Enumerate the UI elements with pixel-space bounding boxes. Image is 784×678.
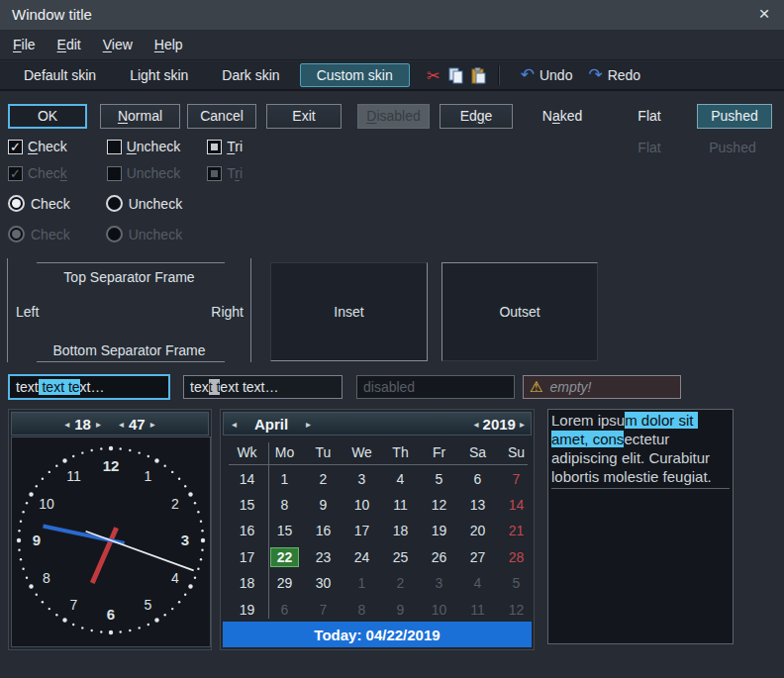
day-cell[interactable]: 4 xyxy=(397,471,405,487)
ok-button[interactable]: OK xyxy=(8,104,87,129)
day-cell[interactable]: 10 xyxy=(432,602,447,618)
checkbox-disabled-tri xyxy=(207,166,222,181)
day-cell[interactable]: 3 xyxy=(436,575,443,591)
text-input-empty[interactable]: ⚠empty! xyxy=(523,375,681,399)
radio-selected[interactable] xyxy=(8,195,25,212)
prev-year-icon[interactable]: ◂ xyxy=(470,419,483,430)
day-cell[interactable]: 30 xyxy=(316,575,332,591)
day-cell[interactable]: 12 xyxy=(432,497,447,513)
day-cell[interactable]: 7 xyxy=(513,471,521,487)
checkbox-tri-label[interactable]: Tri xyxy=(227,139,243,154)
day-cell[interactable]: 24 xyxy=(354,549,370,565)
pushed-button[interactable]: Pushed xyxy=(697,104,772,129)
undo-button[interactable]: ↶ Undo xyxy=(517,65,577,85)
day-cell[interactable]: 11 xyxy=(470,602,485,618)
day-cell[interactable]: 6 xyxy=(281,602,289,618)
text-input-focused[interactable]: text text text… xyxy=(8,374,170,400)
day-cell[interactable]: 7 xyxy=(320,602,328,618)
flat-button[interactable]: Flat xyxy=(628,104,671,129)
day-cell[interactable]: 14 xyxy=(509,497,525,513)
next-month-icon[interactable]: ▸ xyxy=(302,419,315,430)
toolbar-dark-skin[interactable]: Dark skin xyxy=(216,64,285,86)
cancel-button[interactable]: Cancel xyxy=(187,104,256,129)
day-cell[interactable]: 16 xyxy=(316,523,332,538)
checkbox-unchecked-label[interactable]: Uncheck xyxy=(127,139,180,154)
day-header: We xyxy=(351,441,372,463)
day-cell[interactable]: 9 xyxy=(320,497,328,513)
radio-disabled-selected-label: Check xyxy=(31,227,70,242)
toolbar-custom-skin[interactable]: Custom skin xyxy=(300,63,410,87)
menu-file[interactable]: File xyxy=(10,35,39,54)
selected-day-cell[interactable]: 22 xyxy=(270,547,300,567)
menu-edit[interactable]: Edit xyxy=(54,35,84,54)
multiline-textarea[interactable]: Lorem ipsum dolor sit amet, consectetura… xyxy=(547,409,734,644)
checkbox-checked-label[interactable]: Check xyxy=(28,139,67,154)
day-cell[interactable]: 25 xyxy=(393,549,409,565)
day-cell[interactable]: 15 xyxy=(277,523,293,538)
day-cell[interactable]: 28 xyxy=(509,549,525,565)
week-number: 17 xyxy=(240,549,255,565)
outset-label: Outset xyxy=(499,304,539,320)
day-cell[interactable]: 29 xyxy=(277,575,293,591)
radio-selected-label[interactable]: Check xyxy=(31,196,70,212)
text-selection-inactive: t t xyxy=(209,379,221,395)
spin-right-icon[interactable]: ▸ xyxy=(92,419,105,430)
day-cell[interactable]: 5 xyxy=(436,471,443,487)
edge-button[interactable]: Edge xyxy=(440,104,513,129)
spin-left-icon[interactable]: ◂ xyxy=(60,419,73,430)
day-cell[interactable]: 18 xyxy=(393,523,409,538)
pushed-disabled-button: Pushed xyxy=(693,136,772,160)
day-cell[interactable]: 2 xyxy=(397,575,405,591)
spin-left-icon[interactable]: ◂ xyxy=(115,419,128,430)
day-cell[interactable]: 27 xyxy=(470,549,486,565)
next-year-icon[interactable]: ▸ xyxy=(516,419,529,430)
day-cell[interactable]: 6 xyxy=(474,471,482,487)
day-cell[interactable]: 23 xyxy=(316,549,332,565)
day-cell[interactable]: 9 xyxy=(397,602,405,618)
day-cell[interactable]: 19 xyxy=(432,523,447,538)
checkbox-disabled-unchecked-label: Uncheck xyxy=(127,165,180,181)
day-cell[interactable]: 13 xyxy=(470,497,486,513)
redo-button[interactable]: ↷ Redo xyxy=(584,65,644,85)
day-cell[interactable]: 17 xyxy=(354,523,370,538)
week-number: 15 xyxy=(240,497,255,513)
day-cell[interactable]: 10 xyxy=(354,497,370,513)
checkbox-row: ✓ Check Uncheck Tri xyxy=(8,139,243,154)
menu-help[interactable]: Help xyxy=(151,35,186,54)
radio-unselected[interactable] xyxy=(106,195,123,212)
month-nav: ◂ April ▸ xyxy=(228,416,315,433)
radio-unselected-label[interactable]: Uncheck xyxy=(129,196,182,212)
day-cell[interactable]: 8 xyxy=(281,497,289,513)
day-cell[interactable]: 12 xyxy=(509,602,525,618)
paste-icon[interactable] xyxy=(469,65,489,85)
naked-button[interactable]: Naked xyxy=(533,104,592,129)
right-separator-label: Right xyxy=(211,304,244,320)
checkbox-unchecked[interactable] xyxy=(107,140,122,154)
day-cell[interactable]: 21 xyxy=(509,523,525,538)
prev-month-icon[interactable]: ◂ xyxy=(228,419,241,430)
day-cell[interactable]: 1 xyxy=(281,471,289,487)
day-cell[interactable]: 5 xyxy=(513,575,521,591)
day-cell[interactable]: 4 xyxy=(474,575,482,591)
day-cell[interactable]: 11 xyxy=(393,497,408,513)
day-cell[interactable]: 8 xyxy=(358,602,366,618)
svg-text:11: 11 xyxy=(66,468,81,484)
day-cell[interactable]: 26 xyxy=(432,549,447,565)
day-cell[interactable]: 20 xyxy=(470,523,486,538)
copy-icon[interactable] xyxy=(446,65,466,85)
cut-icon[interactable]: ✂ xyxy=(424,65,443,85)
day-cell[interactable]: 3 xyxy=(358,471,366,487)
close-icon[interactable]: × xyxy=(748,0,780,30)
menu-view[interactable]: View xyxy=(100,35,136,54)
text-input-normal[interactable]: text text text… xyxy=(183,375,343,399)
checkbox-tri[interactable] xyxy=(207,140,222,154)
toolbar-default-skin[interactable]: Default skin xyxy=(18,64,102,86)
checkbox-checked[interactable]: ✓ xyxy=(8,140,23,154)
today-button[interactable]: Today: 04/22/2019 xyxy=(223,622,532,647)
normal-button[interactable]: Normal xyxy=(100,104,180,129)
day-cell[interactable]: 2 xyxy=(320,471,328,487)
day-cell[interactable]: 1 xyxy=(358,575,366,591)
exit-button[interactable]: Exit xyxy=(266,104,342,129)
spin-right-icon[interactable]: ▸ xyxy=(147,419,159,430)
toolbar-light-skin[interactable]: Light skin xyxy=(124,64,194,86)
